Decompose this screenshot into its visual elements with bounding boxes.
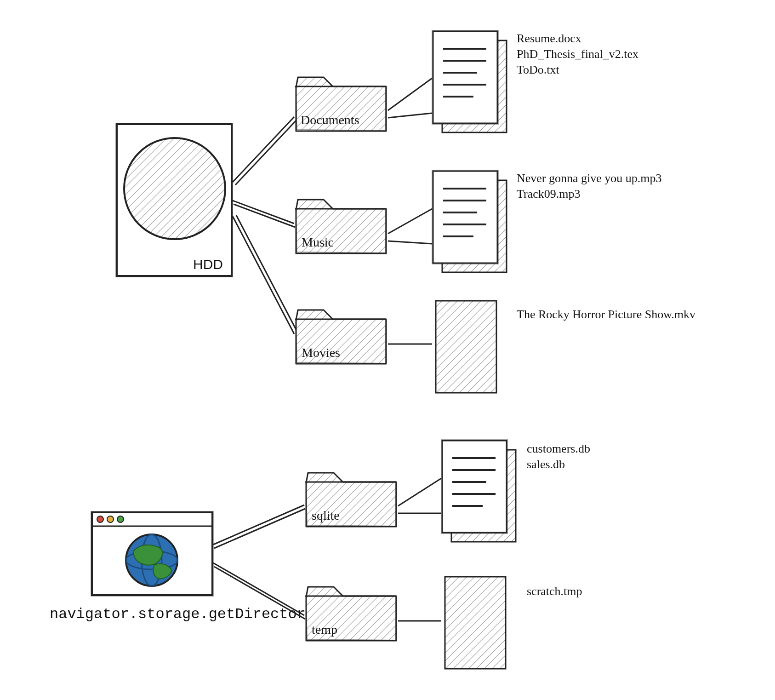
file-sqlite-0: customers.db xyxy=(527,442,590,455)
page-movies xyxy=(436,301,496,393)
svg-line-21 xyxy=(388,113,432,118)
folder-movies-label: Movies xyxy=(302,345,340,360)
file-documents-1: PhD_Thesis_final_v2.tex xyxy=(517,47,638,61)
svg-line-20 xyxy=(388,78,432,110)
hdd-icon: HDD xyxy=(116,123,233,277)
pages-sqlite xyxy=(441,440,516,542)
file-movies-0: The Rocky Horror Picture Show.mkv xyxy=(517,308,695,321)
svg-line-14 xyxy=(233,117,294,182)
connector-hdd-documents xyxy=(233,117,297,185)
file-documents-0: Resume.docx xyxy=(517,32,581,45)
folder-music-label: Music xyxy=(302,235,334,249)
file-music-1: Track09.mp3 xyxy=(517,187,580,201)
connector-hdd-movies xyxy=(233,215,298,334)
folder-documents-label: Documents xyxy=(301,113,359,127)
page-temp xyxy=(445,577,506,669)
folder-documents: Documents xyxy=(295,77,386,131)
browser-api-label: navigator.storage.getDirectory() xyxy=(50,606,332,623)
connector-sqlite-files xyxy=(398,478,441,513)
file-documents-2: ToDo.txt xyxy=(517,63,560,76)
window-dot-yellow xyxy=(107,516,114,522)
svg-line-15 xyxy=(235,120,297,185)
folder-temp-label: temp xyxy=(312,622,337,637)
file-sqlite-1: sales.db xyxy=(527,458,565,471)
svg-line-31 xyxy=(213,505,304,545)
folder-sqlite-label: sqlite xyxy=(312,508,340,522)
window-dot-red xyxy=(97,516,103,522)
folder-movies: Movies xyxy=(295,310,386,364)
folder-music: Music xyxy=(295,200,386,253)
pages-music xyxy=(432,170,507,272)
svg-line-18 xyxy=(233,216,294,334)
connector-documents-files xyxy=(388,78,432,118)
folder-temp: temp xyxy=(305,587,396,641)
hdd-label: HDD xyxy=(193,257,223,272)
pages-documents xyxy=(432,30,507,132)
connector-hdd-music xyxy=(233,201,295,227)
file-music-0: Never gonna give you up.mp3 xyxy=(517,172,662,185)
folder-sqlite: sqlite xyxy=(305,473,396,527)
browser-window-icon xyxy=(91,511,213,596)
svg-point-13 xyxy=(124,138,225,239)
svg-line-32 xyxy=(214,509,305,548)
connector-music-files xyxy=(388,209,432,244)
window-dot-green xyxy=(117,516,124,522)
svg-line-19 xyxy=(236,215,298,333)
svg-line-23 xyxy=(388,241,432,244)
connector-browser-sqlite xyxy=(213,505,305,548)
svg-line-35 xyxy=(398,478,441,506)
file-temp-0: scratch.tmp xyxy=(527,585,582,598)
svg-line-22 xyxy=(388,209,432,234)
globe-icon xyxy=(126,534,177,586)
svg-line-17 xyxy=(234,204,295,227)
svg-line-16 xyxy=(233,201,294,224)
